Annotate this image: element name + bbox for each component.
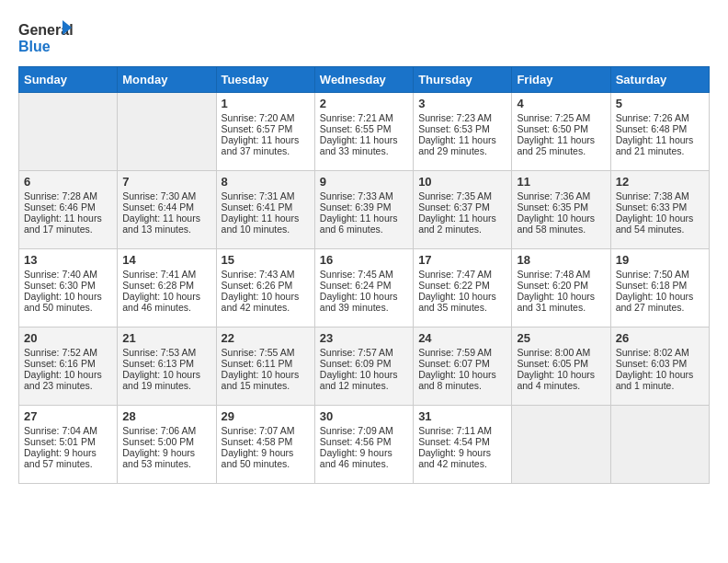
- calendar-cell: 3Sunrise: 7:23 AMSunset: 6:53 PMDaylight…: [414, 93, 512, 171]
- day-header-saturday: Saturday: [610, 67, 709, 93]
- calendar-cell: 7Sunrise: 7:30 AMSunset: 6:44 PMDaylight…: [118, 171, 216, 249]
- day-number: 8: [222, 175, 310, 189]
- day-header-friday: Friday: [512, 67, 610, 93]
- calendar-cell: 22Sunrise: 7:55 AMSunset: 6:11 PMDayligh…: [216, 327, 314, 406]
- day-number: 18: [517, 253, 605, 267]
- calendar-cell: 16Sunrise: 7:45 AMSunset: 6:24 PMDayligh…: [314, 249, 413, 327]
- calendar-cell: 8Sunrise: 7:31 AMSunset: 6:41 PMDaylight…: [216, 171, 314, 249]
- calendar-cell: 25Sunrise: 8:00 AMSunset: 6:05 PMDayligh…: [512, 327, 610, 406]
- calendar-cell: 12Sunrise: 7:38 AMSunset: 6:33 PMDayligh…: [610, 171, 709, 249]
- day-number: 14: [122, 253, 210, 267]
- svg-text:Blue: Blue: [18, 39, 51, 54]
- day-number: 16: [320, 253, 408, 267]
- calendar-cell: 24Sunrise: 7:59 AMSunset: 6:07 PMDayligh…: [414, 327, 512, 406]
- day-number: 20: [24, 331, 112, 345]
- calendar-cell: 20Sunrise: 7:52 AMSunset: 6:16 PMDayligh…: [19, 327, 118, 406]
- week-row-1: 1Sunrise: 7:20 AMSunset: 6:57 PMDaylight…: [19, 93, 710, 171]
- day-number: 15: [222, 253, 310, 267]
- day-number: 4: [517, 97, 605, 110]
- calendar-cell: [512, 406, 610, 484]
- calendar-cell: 4Sunrise: 7:25 AMSunset: 6:50 PMDaylight…: [512, 93, 610, 171]
- week-row-5: 27Sunrise: 7:04 AMSunset: 5:01 PMDayligh…: [19, 406, 710, 484]
- calendar-cell: 27Sunrise: 7:04 AMSunset: 5:01 PMDayligh…: [19, 406, 118, 484]
- calendar-cell: 2Sunrise: 7:21 AMSunset: 6:55 PMDaylight…: [314, 93, 413, 171]
- day-number: 10: [418, 175, 506, 189]
- calendar-cell: [610, 406, 709, 484]
- header-row: SundayMondayTuesdayWednesdayThursdayFrid…: [19, 67, 710, 93]
- calendar-cell: 23Sunrise: 7:57 AMSunset: 6:09 PMDayligh…: [314, 327, 413, 406]
- week-row-3: 13Sunrise: 7:40 AMSunset: 6:30 PMDayligh…: [19, 249, 710, 327]
- day-number: 19: [616, 253, 704, 267]
- day-number: 30: [320, 409, 408, 423]
- week-row-4: 20Sunrise: 7:52 AMSunset: 6:16 PMDayligh…: [19, 327, 710, 406]
- calendar-cell: 6Sunrise: 7:28 AMSunset: 6:46 PMDaylight…: [19, 171, 118, 249]
- calendar-cell: 1Sunrise: 7:20 AMSunset: 6:57 PMDaylight…: [216, 93, 314, 171]
- calendar-cell: 17Sunrise: 7:47 AMSunset: 6:22 PMDayligh…: [414, 249, 512, 327]
- calendar-cell: [19, 93, 118, 171]
- day-number: 29: [222, 409, 310, 423]
- calendar-cell: 15Sunrise: 7:43 AMSunset: 6:26 PMDayligh…: [216, 249, 314, 327]
- day-header-wednesday: Wednesday: [314, 67, 413, 93]
- day-number: 7: [122, 175, 210, 189]
- day-number: 13: [24, 253, 112, 267]
- day-number: 27: [24, 409, 112, 423]
- day-header-sunday: Sunday: [19, 67, 118, 93]
- day-number: 12: [616, 175, 704, 189]
- day-number: 3: [418, 97, 506, 110]
- calendar-cell: 14Sunrise: 7:41 AMSunset: 6:28 PMDayligh…: [118, 249, 216, 327]
- day-number: 22: [222, 331, 310, 345]
- calendar-cell: 31Sunrise: 7:11 AMSunset: 4:54 PMDayligh…: [414, 406, 512, 484]
- day-number: 11: [517, 175, 605, 189]
- calendar-cell: 19Sunrise: 7:50 AMSunset: 6:18 PMDayligh…: [610, 249, 709, 327]
- day-number: 6: [24, 175, 112, 189]
- day-header-thursday: Thursday: [414, 67, 512, 93]
- day-header-monday: Monday: [118, 67, 216, 93]
- day-number: 31: [418, 409, 506, 423]
- day-number: 25: [517, 331, 605, 345]
- logo: GeneralBlue: [18, 18, 74, 57]
- day-number: 5: [616, 97, 704, 110]
- logo-svg: GeneralBlue: [18, 18, 74, 57]
- week-row-2: 6Sunrise: 7:28 AMSunset: 6:46 PMDaylight…: [19, 171, 710, 249]
- day-header-tuesday: Tuesday: [216, 67, 314, 93]
- calendar-cell: [118, 93, 216, 171]
- day-number: 23: [320, 331, 408, 345]
- calendar-cell: 30Sunrise: 7:09 AMSunset: 4:56 PMDayligh…: [314, 406, 413, 484]
- day-number: 1: [222, 97, 310, 110]
- day-number: 28: [122, 409, 210, 423]
- day-number: 21: [122, 331, 210, 345]
- calendar-cell: 29Sunrise: 7:07 AMSunset: 4:58 PMDayligh…: [216, 406, 314, 484]
- day-number: 24: [418, 331, 506, 345]
- header: GeneralBlue: [18, 18, 710, 57]
- calendar-cell: 13Sunrise: 7:40 AMSunset: 6:30 PMDayligh…: [19, 249, 118, 327]
- calendar-cell: 26Sunrise: 8:02 AMSunset: 6:03 PMDayligh…: [610, 327, 709, 406]
- calendar-cell: 11Sunrise: 7:36 AMSunset: 6:35 PMDayligh…: [512, 171, 610, 249]
- day-number: 17: [418, 253, 506, 267]
- calendar-cell: 18Sunrise: 7:48 AMSunset: 6:20 PMDayligh…: [512, 249, 610, 327]
- calendar-table: SundayMondayTuesdayWednesdayThursdayFrid…: [18, 66, 710, 484]
- calendar-cell: 9Sunrise: 7:33 AMSunset: 6:39 PMDaylight…: [314, 171, 413, 249]
- day-number: 26: [616, 331, 704, 345]
- day-number: 2: [320, 97, 408, 110]
- calendar-cell: 21Sunrise: 7:53 AMSunset: 6:13 PMDayligh…: [118, 327, 216, 406]
- calendar-cell: 28Sunrise: 7:06 AMSunset: 5:00 PMDayligh…: [118, 406, 216, 484]
- calendar-cell: 10Sunrise: 7:35 AMSunset: 6:37 PMDayligh…: [414, 171, 512, 249]
- calendar-cell: 5Sunrise: 7:26 AMSunset: 6:48 PMDaylight…: [610, 93, 709, 171]
- day-number: 9: [320, 175, 408, 189]
